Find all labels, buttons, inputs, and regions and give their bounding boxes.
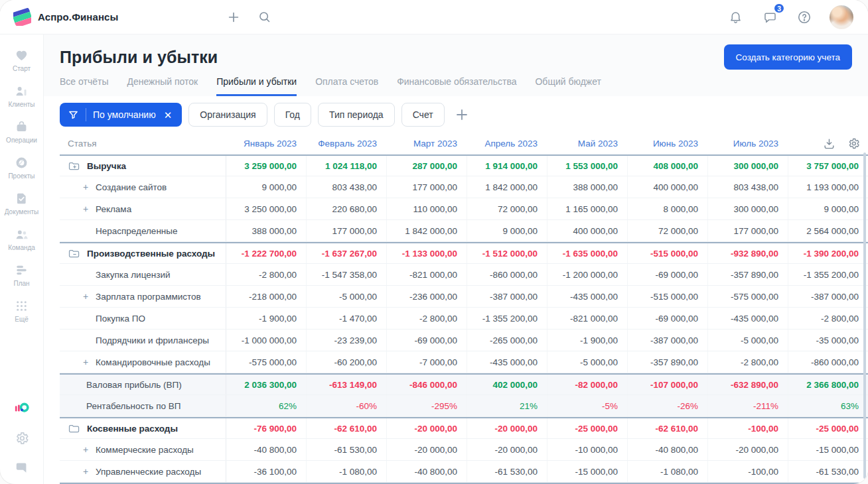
column-header-month[interactable]: Апрель 2023 — [467, 139, 547, 149]
folder-icon[interactable] — [68, 423, 80, 434]
table-row[interactable]: +Реклама3 250 000,00220 680,00110 000,00… — [60, 198, 868, 220]
create-category-button[interactable]: Создать категорию учета — [724, 44, 852, 70]
value-cell: 1 553 000,00 — [547, 156, 627, 176]
value-cell: 2 366 800,00 — [788, 375, 868, 394]
column-header-month[interactable]: Июнь 2023 — [627, 139, 707, 149]
value-cell: -821 000,00 — [547, 308, 627, 329]
table-row[interactable]: Рентабельность по ВП62%-60%-295%21%-5%-2… — [60, 395, 868, 417]
column-header-month[interactable]: Март 2023 — [386, 139, 467, 149]
table-row[interactable]: +Покупка ПО-1 900,00-1 470,00-2 800,00-1… — [60, 308, 868, 330]
value-cell: -26% — [627, 395, 707, 416]
table-settings-gear-icon[interactable] — [847, 137, 860, 150]
sidebar: Старт Клиенты Операции Проекты Документы… — [0, 34, 44, 484]
value-cell: -1 900,00 — [547, 330, 627, 351]
people-icon — [14, 227, 29, 242]
sidebar-item-projects[interactable]: Проекты — [5, 150, 39, 186]
expand-icon[interactable]: + — [81, 466, 90, 477]
sidebar-item-more[interactable]: Ещё — [5, 293, 39, 329]
filter-chip-account[interactable]: Счет — [401, 103, 445, 127]
expand-icon[interactable]: + — [81, 357, 90, 367]
value-cell: -61 530,00 — [467, 461, 547, 482]
sidebar-item-documents[interactable]: Документы — [5, 186, 39, 221]
tab-pnl[interactable]: Прибыли и убытки — [216, 76, 297, 96]
settings-icon[interactable] — [15, 431, 29, 446]
add-filter-button[interactable] — [454, 107, 470, 123]
active-filter-chip[interactable]: По умолчанию ✕ — [60, 103, 182, 127]
value-cell: -218 000,00 — [226, 286, 306, 307]
table-row[interactable]: Косвенные расходы-76 900,00-62 610,00-20… — [60, 417, 868, 439]
tab-liabilities[interactable]: Финансовые обязательства — [397, 76, 516, 96]
expand-icon[interactable]: + — [81, 291, 90, 302]
value-cell: -435 000,00 — [467, 351, 547, 373]
sidebar-item-clients[interactable]: Клиенты — [5, 78, 39, 114]
table-header-row: Статья Январь 2023Февраль 2023Март 2023А… — [60, 133, 868, 154]
table-row[interactable]: +Управленческие расходы-36 100,00-1 080,… — [60, 461, 868, 483]
search-button[interactable] — [255, 8, 273, 27]
notifications-button[interactable] — [726, 8, 745, 27]
value-cell: -7 000,00 — [386, 351, 467, 373]
value-cell: 9 000,00 — [226, 176, 306, 198]
expand-icon[interactable]: + — [81, 444, 90, 455]
filter-chip-year[interactable]: Год — [274, 103, 311, 127]
column-header-month[interactable]: Январь 2023 — [226, 139, 306, 149]
page-title: Прибыли и убытки — [60, 48, 218, 67]
table-row[interactable]: +Зарплата программистов-218 000,00-5 000… — [60, 286, 868, 308]
support-chat-icon[interactable] — [15, 460, 29, 475]
value-cell: 2 036 300,00 — [226, 375, 306, 394]
value-cell: -40 800,00 — [226, 439, 306, 460]
column-header-month[interactable]: Февраль 2023 — [306, 139, 386, 149]
value-cell: -236 000,00 — [386, 286, 467, 307]
value-cell: -25 000,00 — [788, 418, 868, 438]
sidebar-item-label: Старт — [13, 65, 31, 72]
row-label: Рентабельность по ВП — [86, 401, 181, 411]
row-label: Нераспределенные — [96, 226, 178, 236]
value-cell: -1 080,00 — [627, 461, 707, 482]
filter-chip-organization[interactable]: Организация — [188, 103, 267, 127]
column-header-month[interactable]: Май 2023 — [547, 139, 627, 149]
bars-icon — [14, 263, 29, 278]
table-row[interactable]: +Подрядчики и фрилансеры-1 000 000,00-23… — [60, 330, 868, 351]
tab-all-reports[interactable]: Все отчёты — [60, 76, 108, 96]
user-avatar[interactable] — [830, 5, 853, 29]
value-cell: 300 000,00 — [707, 156, 788, 176]
row-label: Командировочные расходы — [96, 357, 210, 367]
value-cell: 72 000,00 — [627, 220, 707, 241]
expand-icon[interactable]: + — [81, 204, 90, 214]
table-row[interactable]: +Создание сайтов9 000,00803 438,00177 00… — [60, 176, 868, 198]
row-label: Покупка ПО — [96, 314, 145, 324]
folder-minus-icon[interactable] — [68, 248, 80, 259]
value-cell: -2 800,00 — [386, 308, 467, 329]
table-row[interactable]: +Коммерческие расходы-40 800,00-61 530,0… — [60, 439, 868, 461]
tab-bills[interactable]: Оплата счетов — [315, 76, 378, 96]
column-header-month[interactable]: Июль 2023 — [707, 139, 788, 149]
value-cell: 400 000,00 — [627, 176, 707, 198]
value-cell: -23 239,00 — [306, 330, 386, 351]
download-icon[interactable] — [823, 137, 835, 150]
sidebar-item-operations[interactable]: Операции — [5, 114, 39, 150]
filter-chip-period-type[interactable]: Тип периода — [318, 103, 395, 127]
value-cell: -860 000,00 — [788, 351, 868, 373]
table-row[interactable]: +Командировочные расходы-575 000,00-60 2… — [60, 351, 868, 373]
clear-filter-icon[interactable]: ✕ — [163, 109, 174, 121]
value-cell: -1 900,00 — [226, 308, 306, 329]
table-row[interactable]: +Закупка лицензий-2 800,00-1 547 358,00-… — [60, 264, 868, 286]
value-cell: 402 000,00 — [467, 375, 547, 394]
value-cell: -1 355 200,00 — [467, 308, 547, 329]
expand-icon[interactable]: + — [81, 182, 90, 192]
table-row[interactable]: Валовая прибыль (ВП)2 036 300,00-613 149… — [60, 373, 868, 395]
tab-budget[interactable]: Общий бюджет — [535, 76, 601, 96]
table-row[interactable]: +Нераспределенные388 000,00177 000,001 8… — [60, 220, 868, 242]
sidebar-item-start[interactable]: Старт — [5, 42, 39, 78]
quick-add-button[interactable] — [224, 8, 243, 27]
sidebar-item-plan[interactable]: План — [5, 257, 39, 293]
sidebar-item-team[interactable]: Команда — [5, 221, 39, 257]
table-row[interactable]: Производственные расходы-1 222 700,00-1 … — [60, 242, 868, 264]
vertical-scrollbar[interactable] — [863, 152, 866, 479]
tab-cash-flow[interactable]: Денежный поток — [127, 76, 198, 96]
table-row[interactable]: Выручка3 259 000,001 024 118,00287 000,0… — [60, 154, 868, 176]
brand-mark-icon[interactable] — [14, 400, 30, 416]
folder-plus-icon[interactable] — [68, 160, 80, 172]
help-button[interactable] — [795, 8, 814, 27]
row-label: Подрядчики и фрилансеры — [96, 335, 209, 345]
row-label: Зарплата программистов — [96, 292, 201, 302]
